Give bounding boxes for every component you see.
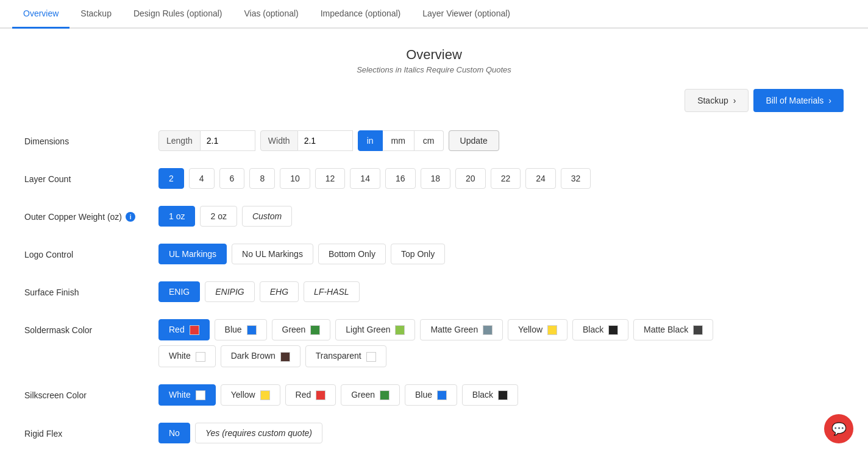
copper-custom[interactable]: Custom	[242, 206, 292, 227]
length-input-group: Length	[158, 130, 255, 151]
dimensions-controls: Length Width in mm cm Update	[158, 130, 844, 151]
page-title: Overview	[24, 47, 844, 63]
layer-8[interactable]: 8	[249, 168, 275, 189]
soldermask-dark-brown[interactable]: Dark Brown	[221, 345, 301, 367]
chevron-right-icon: ›	[733, 96, 736, 105]
layer-16[interactable]: 16	[385, 168, 416, 189]
length-input[interactable]	[201, 130, 255, 151]
soldermask-black[interactable]: Black	[572, 319, 628, 340]
soldermask-light-green[interactable]: Light Green	[335, 319, 415, 340]
surface-finish-label: Surface Finish	[24, 281, 158, 297]
logo-control-row: Logo Control UL Markings No UL Markings …	[24, 244, 844, 264]
chat-icon: 💬	[831, 421, 847, 436]
soldermask-row2: White Dark Brown Transparent	[158, 345, 713, 367]
unit-buttons: in mm cm	[358, 130, 444, 151]
finish-enig[interactable]: ENIG	[158, 281, 200, 302]
layer-2[interactable]: 2	[158, 168, 184, 189]
layer-14[interactable]: 14	[350, 168, 380, 189]
layer-count-controls: 2 4 6 8 10 12 14 16 18 20 22 24 32	[158, 168, 844, 189]
outer-copper-row: Outer Copper Weight (oz) i 1 oz 2 oz Cus…	[24, 206, 844, 227]
rigid-flex-yes[interactable]: Yes (requires custom quote)	[195, 423, 322, 443]
stackup-label: Stackup	[697, 96, 728, 105]
layer-6[interactable]: 6	[219, 168, 245, 189]
logo-top-only[interactable]: Top Only	[391, 244, 445, 264]
soldermask-green[interactable]: Green	[272, 319, 331, 340]
soldermask-matte-black[interactable]: Matte Black	[633, 319, 713, 340]
layer-12[interactable]: 12	[315, 168, 346, 189]
outer-copper-controls: 1 oz 2 oz Custom	[158, 206, 844, 227]
surface-finish-controls: ENIG ENIPIG EHG LF-HASL	[158, 281, 844, 302]
logo-no-ul-markings[interactable]: No UL Markings	[232, 244, 313, 264]
soldermask-yellow[interactable]: Yellow	[508, 319, 567, 340]
width-input-group: Width	[260, 130, 353, 151]
tab-bar: Overview Stackup Design Rules (optional)…	[0, 0, 868, 29]
logo-control-controls: UL Markings No UL Markings Bottom Only T…	[158, 244, 844, 264]
update-button[interactable]: Update	[449, 130, 499, 151]
dimensions-label: Dimensions	[24, 130, 158, 146]
soldermask-transparent[interactable]: Transparent	[305, 345, 386, 367]
rigid-flex-label: Rigid Flex	[24, 423, 158, 439]
layer-32[interactable]: 32	[561, 168, 591, 189]
tab-impedance[interactable]: Impedance (optional)	[310, 0, 412, 29]
width-input[interactable]	[298, 130, 353, 151]
soldermask-red[interactable]: Red	[158, 319, 210, 340]
silkscreen-color-controls: White Yellow Red Green Blue Black	[158, 384, 844, 406]
soldermask-white[interactable]: White	[158, 345, 216, 367]
finish-ehg[interactable]: EHG	[260, 281, 299, 302]
copper-2oz[interactable]: 2 oz	[200, 206, 237, 227]
silkscreen-black[interactable]: Black	[462, 384, 518, 406]
unit-in[interactable]: in	[358, 130, 383, 151]
silkscreen-color-row: Silkscreen Color White Yellow Red Green …	[24, 384, 844, 406]
logo-control-label: Logo Control	[24, 244, 158, 259]
layer-10[interactable]: 10	[280, 168, 310, 189]
layer-4[interactable]: 4	[189, 168, 215, 189]
soldermask-color-controls: Red Blue Green Light Green Matte Green Y…	[158, 319, 713, 367]
tab-design-rules[interactable]: Design Rules (optional)	[123, 0, 233, 29]
bom-button[interactable]: Bill of Materials ›	[753, 89, 844, 112]
soldermask-color-row: Soldermask Color Red Blue Green Light Gr…	[24, 319, 844, 367]
layer-count-row: Layer Count 2 4 6 8 10 12 14 16 18 20 22…	[24, 168, 844, 189]
outer-copper-text: Outer Copper Weight (oz)	[24, 212, 122, 222]
length-label: Length	[158, 130, 201, 151]
page-subtitle: Selections in Italics Require Custom Quo…	[24, 65, 844, 74]
width-label: Width	[260, 130, 298, 151]
silkscreen-white[interactable]: White	[158, 384, 216, 406]
finish-lf-hasl[interactable]: LF-HASL	[304, 281, 360, 302]
surface-finish-row: Surface Finish ENIG ENIPIG EHG LF-HASL	[24, 281, 844, 302]
silkscreen-yellow[interactable]: Yellow	[221, 384, 280, 406]
layer-22[interactable]: 22	[491, 168, 521, 189]
tab-stackup[interactable]: Stackup	[69, 0, 123, 29]
silkscreen-blue[interactable]: Blue	[405, 384, 457, 406]
info-icon[interactable]: i	[126, 212, 135, 222]
layer-count-label: Layer Count	[24, 168, 158, 184]
chevron-right-icon: ›	[828, 96, 831, 105]
silkscreen-green[interactable]: Green	[341, 384, 400, 406]
layer-20[interactable]: 20	[455, 168, 486, 189]
top-actions: Stackup › Bill of Materials ›	[24, 89, 844, 112]
unit-mm[interactable]: mm	[383, 130, 414, 151]
soldermask-color-label: Soldermask Color	[24, 319, 158, 335]
unit-cm[interactable]: cm	[414, 130, 444, 151]
layer-18[interactable]: 18	[421, 168, 451, 189]
rigid-flex-no[interactable]: No	[158, 423, 190, 443]
outer-copper-label: Outer Copper Weight (oz) i	[24, 206, 158, 222]
soldermask-row1: Red Blue Green Light Green Matte Green Y…	[158, 319, 713, 340]
stackup-button[interactable]: Stackup ›	[685, 89, 749, 112]
chat-button[interactable]: 💬	[824, 414, 853, 443]
rigid-flex-row: Rigid Flex No Yes (requires custom quote…	[24, 423, 844, 443]
dimensions-row: Dimensions Length Width in mm cm Update	[24, 130, 844, 151]
tab-layer-viewer[interactable]: Layer Viewer (optional)	[411, 0, 521, 29]
logo-bottom-only[interactable]: Bottom Only	[318, 244, 386, 264]
silkscreen-color-label: Silkscreen Color	[24, 384, 158, 400]
logo-ul-markings[interactable]: UL Markings	[158, 244, 227, 264]
soldermask-matte-green[interactable]: Matte Green	[420, 319, 503, 340]
copper-1oz[interactable]: 1 oz	[158, 206, 195, 227]
tab-vias[interactable]: Vias (optional)	[233, 0, 309, 29]
tab-overview[interactable]: Overview	[12, 0, 69, 29]
finish-enipig[interactable]: ENIPIG	[205, 281, 254, 302]
soldermask-blue[interactable]: Blue	[215, 319, 267, 340]
silkscreen-red[interactable]: Red	[285, 384, 336, 406]
layer-24[interactable]: 24	[525, 168, 556, 189]
bom-label: Bill of Materials	[766, 96, 824, 105]
rigid-flex-controls: No Yes (requires custom quote)	[158, 423, 844, 443]
